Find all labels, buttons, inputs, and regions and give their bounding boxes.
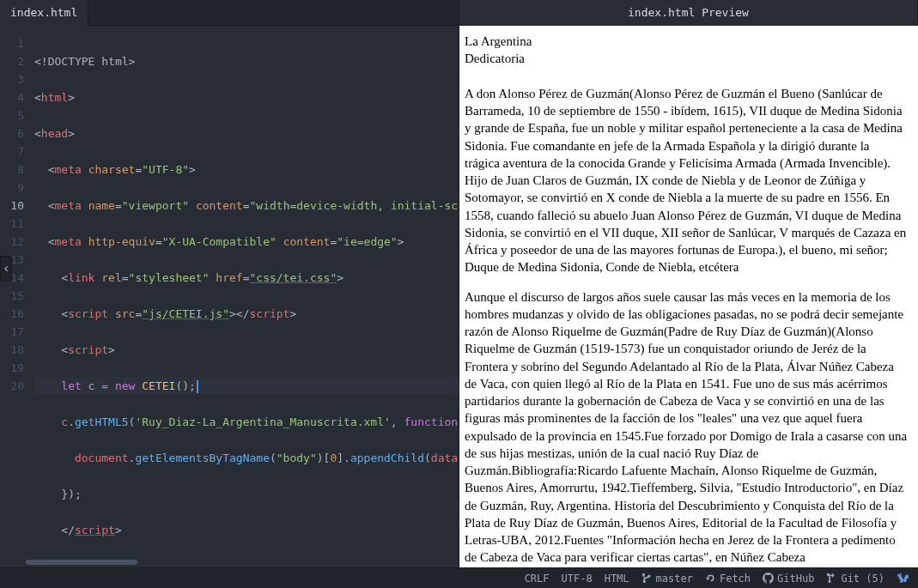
horizontal-scrollbar[interactable]: [0, 557, 459, 567]
code-area[interactable]: <!DOCTYPE html> <html> <head> <meta char…: [34, 26, 459, 557]
github-icon: [763, 573, 774, 584]
status-language[interactable]: HTML: [605, 573, 629, 585]
status-bar: CRLF UTF-8 HTML master Fetch GitHub Git …: [0, 567, 918, 588]
tab-bar-right: index.html Preview: [459, 0, 918, 26]
status-encoding[interactable]: UTF-8: [562, 573, 593, 585]
status-squirrel[interactable]: 🐿: [897, 571, 909, 586]
preview-title: La Argentina: [465, 33, 908, 50]
line-gutter: 1 2 3 4 5 6 7 8 9 10 11 12 13 14 15 16 1: [0, 26, 34, 557]
preview-content[interactable]: La Argentina Dedicatoria A don Alonso Pé…: [459, 26, 918, 567]
text-cursor: [197, 380, 198, 393]
git-compare-icon: [826, 573, 837, 584]
chevron-left-icon: [2, 264, 10, 273]
tab-preview[interactable]: index.html Preview: [459, 0, 918, 26]
preview-paragraph: Aunque el discurso de largos años suele …: [465, 288, 908, 567]
status-github[interactable]: GitHub: [763, 573, 814, 585]
preview-paragraph: A don Alonso Pérez de Guzmán(Alonso Pére…: [465, 85, 908, 276]
panel-toggle-handle[interactable]: [0, 256, 12, 282]
squirrel-icon: 🐿: [897, 571, 909, 586]
scrollbar-thumb[interactable]: [26, 560, 137, 565]
preview-subtitle: Dedicatoria: [465, 50, 908, 67]
tab-index-html[interactable]: index.html: [0, 0, 88, 26]
git-branch-icon: [641, 573, 653, 584]
status-git-branch[interactable]: master: [641, 573, 693, 585]
status-fetch[interactable]: Fetch: [705, 573, 751, 585]
status-git[interactable]: Git (5): [826, 573, 885, 585]
tab-bar-left: index.html: [0, 0, 459, 26]
sync-icon: [705, 573, 716, 584]
preview-pane: index.html Preview La Argentina Dedicato…: [459, 0, 918, 567]
editor-body[interactable]: 1 2 3 4 5 6 7 8 9 10 11 12 13 14 15 16 1: [0, 26, 459, 557]
editor-pane: index.html 1 2 3 4 5 6 7 8 9 10 11 12 13: [0, 0, 459, 567]
status-line-ending[interactable]: CRLF: [525, 573, 550, 585]
